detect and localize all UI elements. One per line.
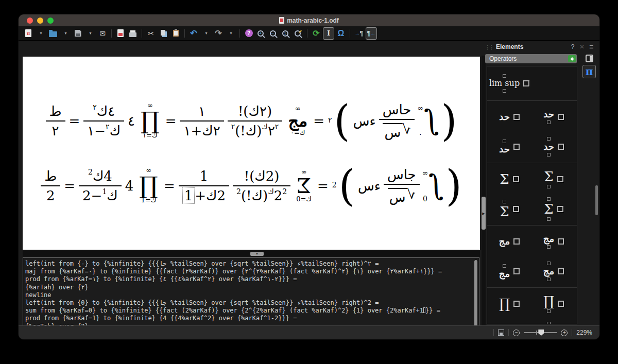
drag-grip-icon[interactable]: ⋮⋮: [485, 44, 493, 50]
integrand-fraction: جاس √س: [384, 167, 420, 205]
print-button[interactable]: [127, 27, 139, 40]
operator-maj-fromto[interactable]: مج: [531, 256, 576, 286]
integral-limits: ∞ 0: [422, 169, 428, 203]
operator-hadd[interactable]: حد: [487, 102, 531, 132]
folder-icon: [49, 31, 57, 37]
help-button[interactable]: ?: [243, 27, 254, 40]
upper-placeholder: [547, 262, 551, 265]
panel-help-button[interactable]: ?: [569, 43, 576, 50]
zoom-out-button[interactable]: −: [513, 330, 520, 336]
new-formula-button[interactable]: π: [23, 27, 34, 40]
zoom-out-button[interactable]: −: [268, 27, 279, 40]
zoom-level[interactable]: 229%: [576, 329, 592, 336]
undo-dropdown[interactable]: ▾: [200, 27, 212, 40]
operator-prod-from[interactable]: ∏: [531, 289, 576, 319]
differential: ءس: [353, 113, 376, 129]
upper-placeholder: [503, 264, 506, 268]
operator-hadd-to[interactable]: حد: [487, 132, 531, 162]
operator-maj-from[interactable]: مج: [531, 227, 576, 256]
redo-button[interactable]: ↷: [213, 27, 224, 40]
formula-cursor-toggle[interactable]: I: [323, 27, 334, 40]
slider-thumb[interactable]: [538, 330, 544, 336]
base: ٢: [268, 123, 275, 138]
stepper-icon[interactable]: [568, 55, 576, 62]
export-pdf-button[interactable]: [115, 27, 126, 40]
sidebar-settings-button[interactable]: [583, 53, 595, 64]
open-button[interactable]: [47, 27, 59, 40]
operator-stack: مج: [543, 234, 554, 249]
operator-maj-to[interactable]: مج: [487, 256, 531, 286]
save-button[interactable]: [72, 27, 83, 40]
email-button[interactable]: ✉: [97, 27, 108, 40]
splitter-handle[interactable]: ▼: [250, 252, 264, 256]
operator-sum-from[interactable]: Σ: [531, 164, 576, 194]
radical-icon: √: [407, 187, 416, 201]
operator-stack: lim sup: [489, 74, 520, 93]
formula-canvas[interactable]: ( ∫ ∞ ٠ حاس √س ءس ) ٢: [23, 57, 480, 250]
paste-button[interactable]: [170, 27, 181, 40]
category-dropdown[interactable]: Operators: [485, 54, 577, 63]
zoom-in-button[interactable]: +: [561, 330, 568, 336]
operand-placeholder: [558, 144, 564, 150]
sidebar-tab-elements[interactable]: π: [582, 65, 596, 78]
panel-header: ⋮⋮ Elements ? ✕ ≡: [485, 42, 595, 51]
operator-sum-to[interactable]: Σ: [487, 194, 531, 224]
copy-button[interactable]: [158, 27, 169, 40]
panel-menu-button[interactable]: ≡: [588, 43, 595, 51]
operators-grid: lim sup حد حد: [487, 66, 577, 324]
operator-stack: حد: [543, 137, 554, 157]
operator-hadd-fromto[interactable]: حد: [531, 132, 576, 162]
operator-prod[interactable]: ∏: [487, 289, 531, 319]
operand-placeholder: [558, 268, 564, 274]
denominator: 2: [43, 188, 59, 203]
operator-prod-fromto[interactable]: ∏: [531, 319, 576, 324]
operator-limsup-fromto[interactable]: lim sup: [487, 67, 531, 99]
minimize-window-button[interactable]: [37, 18, 43, 24]
zoom-slider[interactable]: [524, 329, 557, 336]
operator-hadd-from[interactable]: حد: [531, 102, 576, 132]
upper-placeholder: [547, 137, 551, 141]
operator-prod-to[interactable]: ∏: [487, 319, 531, 324]
numerator: ط: [46, 103, 65, 119]
open-paren: (: [441, 103, 457, 138]
zoom-in-button[interactable]: +: [255, 27, 267, 40]
update-button[interactable]: ⟳: [311, 27, 322, 40]
zoom-window-button[interactable]: [47, 18, 54, 24]
document-modified-indicator[interactable]: [498, 330, 504, 336]
numerator: (٢ك)!: [234, 103, 276, 119]
left-to-right-button[interactable]: →¶: [353, 27, 365, 40]
undo-button[interactable]: ↶: [188, 27, 199, 40]
unit-fraction: 1 2ك+1: [179, 168, 229, 203]
cut-button[interactable]: ✂: [145, 27, 157, 40]
operator-group-limsup: lim sup: [487, 66, 577, 101]
product-icon: ∏: [139, 175, 158, 197]
panel-close-button[interactable]: ✕: [578, 43, 586, 50]
horizontal-splitter[interactable]: ▼: [23, 250, 480, 257]
open-dropdown[interactable]: ▾: [60, 27, 71, 40]
save-dropdown[interactable]: ▾: [84, 27, 96, 40]
operator-stack: Σ: [500, 200, 509, 218]
operator-maj[interactable]: مج: [487, 227, 531, 256]
integral-limits: ∞ ٠: [417, 104, 423, 138]
arabic-sum-symbol: مج: [499, 237, 510, 246]
new-dropdown[interactable]: ▾: [35, 27, 46, 40]
symbols-button[interactable]: Ω: [335, 27, 347, 40]
equals-sign: =: [164, 178, 175, 194]
show-all-button[interactable]: [293, 27, 304, 40]
zoom-100-button[interactable]: 1: [280, 27, 291, 40]
operator-sum[interactable]: Σ: [487, 164, 531, 194]
lower-placeholder: [547, 217, 551, 221]
standard-toolbar: π ▾ ▾ ▾ ✉ ✂ ↶ ▾ ↷ ▾ ? + − 1 ⟳ I Ω →¶ ¶←: [19, 26, 599, 41]
close-window-button[interactable]: [27, 18, 33, 24]
right-to-left-button[interactable]: ¶←: [366, 27, 377, 40]
arabic-sum-symbol: مج: [543, 234, 554, 244]
undo-icon: ↶: [190, 29, 197, 38]
operator-sum-fromto[interactable]: Σ: [531, 194, 576, 224]
operand-placeholder: [557, 176, 563, 182]
title-bar[interactable]: math-arabic-1.odf: [19, 14, 599, 26]
command-line: prod from {%arKaf=١} to {%infinite} {٤‎ …: [25, 275, 472, 283]
redo-dropdown[interactable]: ▾: [225, 27, 236, 40]
copy-icon: [161, 30, 165, 36]
chevron-down-icon: ▼: [255, 252, 259, 255]
denominator: 22ك(ك!)2: [233, 188, 290, 203]
